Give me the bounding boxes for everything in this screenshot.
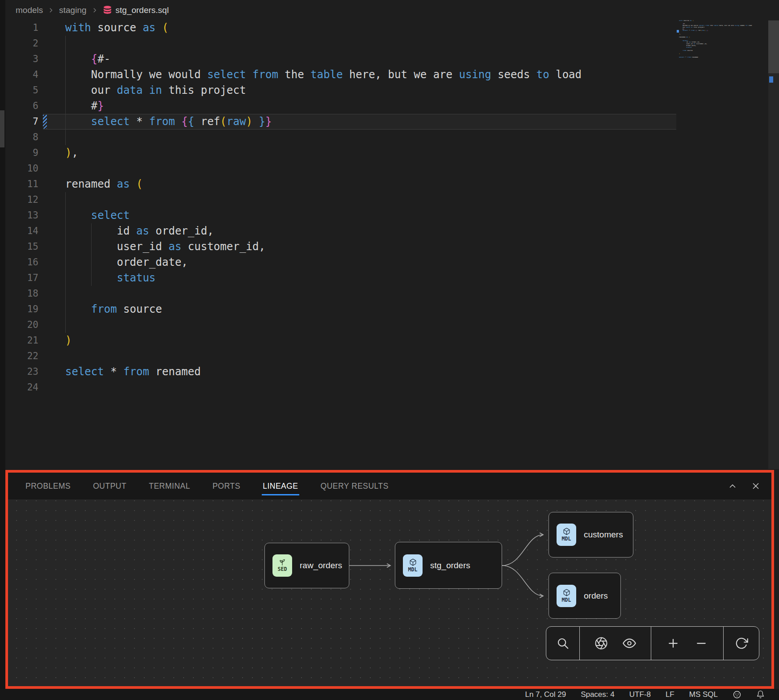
code-line[interactable]: 20 (5, 317, 677, 333)
tab-query-results[interactable]: QUERY RESULTS (321, 482, 389, 491)
tab-output[interactable]: OUTPUT (93, 482, 126, 491)
code-line[interactable]: 2 (5, 36, 677, 51)
line-number[interactable]: 9 (5, 145, 38, 161)
code-editor[interactable]: 1with source as (23 {#-4 Normally we wou… (5, 20, 677, 395)
code-text: with source as ( (38, 20, 168, 36)
scrollbar-thumb[interactable] (768, 21, 779, 73)
code-text (38, 317, 65, 333)
left-edge-strip (0, 0, 5, 689)
eye-icon[interactable] (623, 637, 636, 650)
code-line[interactable]: 11renamed as ( (5, 176, 677, 192)
code-line[interactable]: 24 (5, 380, 677, 395)
code-line[interactable]: 21) (5, 333, 677, 348)
aperture-icon[interactable] (595, 637, 608, 650)
lineage-node-customers[interactable]: MDL customers (549, 512, 633, 557)
code-line[interactable]: 12 (5, 192, 677, 208)
cube-icon (563, 528, 570, 535)
line-number[interactable]: 12 (5, 192, 38, 208)
tab-ports[interactable]: PORTS (213, 482, 240, 491)
code-line[interactable]: 18 (5, 286, 677, 302)
lineage-node-stg-orders[interactable]: MDL stg_orders (395, 542, 502, 589)
line-number[interactable]: 13 (5, 208, 38, 223)
encoding[interactable]: UTF-8 (629, 690, 651, 699)
indent-guide (65, 317, 66, 333)
line-number[interactable]: 19 (5, 302, 38, 317)
code-line[interactable]: 19 from source (5, 302, 677, 317)
line-number[interactable]: 24 (5, 380, 38, 395)
indent-guide (65, 192, 66, 208)
code-line[interactable]: 13 select (5, 208, 677, 223)
node-label: customers (584, 530, 623, 540)
code-line[interactable]: 23select * from renamed (5, 364, 677, 380)
line-number[interactable]: 14 (5, 223, 38, 239)
code-line[interactable]: 5 our data in this project (5, 83, 677, 98)
minimap[interactable]: with source as ( {#- Normally we would s… (679, 20, 755, 60)
line-number[interactable]: 8 (5, 130, 38, 145)
code-line[interactable]: 14 id as order_id, (5, 223, 677, 239)
code-line[interactable]: 4 Normally we would select from the tabl… (5, 67, 677, 83)
code-text: from source (38, 302, 162, 317)
code-line[interactable]: 15 user_id as customer_id, (5, 239, 677, 255)
line-number[interactable]: 15 (5, 239, 38, 255)
tab-problems[interactable]: PROBLEMS (25, 482, 71, 491)
editor-scrollbar[interactable] (768, 20, 779, 469)
line-number[interactable]: 23 (5, 364, 38, 380)
chevron-up-icon[interactable] (728, 481, 737, 491)
code-text: Normally we would select from the table … (38, 67, 582, 83)
bell-icon[interactable] (756, 690, 765, 699)
code-line[interactable]: 17 status (5, 270, 677, 286)
line-number[interactable]: 22 (5, 348, 38, 364)
lineage-node-raw-orders[interactable]: SED raw_orders (264, 543, 349, 588)
breadcrumb-item-models[interactable]: models (16, 5, 43, 15)
zoom-out-icon[interactable] (695, 637, 708, 650)
tab-terminal[interactable]: TERMINAL (149, 482, 190, 491)
refresh-icon[interactable] (735, 637, 748, 650)
code-line[interactable]: 16 order_date, (5, 255, 677, 270)
line-number[interactable]: 6 (5, 98, 38, 114)
language-mode[interactable]: MS SQL (689, 690, 718, 699)
code-line[interactable]: 7 select * from {{ ref(raw) }} (5, 114, 677, 130)
line-number[interactable]: 2 (5, 36, 38, 51)
feedback-icon[interactable] (733, 690, 741, 699)
code-text: ) (38, 333, 71, 348)
breadcrumb-item-staging[interactable]: staging (59, 5, 86, 15)
code-line[interactable]: 1with source as ( (5, 20, 677, 36)
line-number[interactable]: 20 (5, 317, 38, 333)
line-number[interactable]: 5 (5, 83, 38, 98)
lineage-canvas[interactable]: SED raw_orders MDL stg_orders (8, 499, 771, 686)
code-line[interactable]: 22 (5, 348, 677, 364)
code-text: select * from {{ ref(raw) }} (38, 114, 272, 130)
search-icon[interactable] (556, 637, 570, 650)
line-number[interactable]: 10 (5, 161, 38, 176)
code-line[interactable]: 8 (5, 130, 677, 145)
line-number[interactable]: 11 (5, 176, 38, 192)
eol-sequence[interactable]: LF (666, 690, 674, 699)
line-number[interactable]: 21 (5, 333, 38, 348)
line-number[interactable]: 17 (5, 270, 38, 286)
line-number[interactable]: 3 (5, 51, 38, 67)
line-number[interactable]: 1 (5, 20, 38, 36)
indentation[interactable]: Spaces: 4 (581, 690, 615, 699)
line-number[interactable]: 7 (5, 114, 38, 130)
line-number[interactable]: 18 (5, 286, 38, 302)
line-number[interactable]: 16 (5, 255, 38, 270)
zoom-in-icon[interactable] (666, 637, 680, 650)
vscode-window: { "breadcrumb": { "items": ["models", "s… (0, 0, 779, 700)
tab-lineage[interactable]: LINEAGE (263, 482, 298, 491)
code-text (38, 130, 65, 145)
code-text: order_date, (38, 255, 188, 270)
breadcrumb-file[interactable]: stg_orders.sql (103, 5, 169, 15)
line-number[interactable]: 4 (5, 67, 38, 83)
code-line[interactable]: 9), (5, 145, 677, 161)
lineage-node-orders[interactable]: MDL orders (549, 573, 621, 619)
close-icon[interactable] (751, 481, 761, 491)
bottom-panel-annotated: PROBLEMS OUTPUT TERMINAL PORTS LINEAGE Q… (5, 470, 774, 689)
code-line[interactable]: 6 #} (5, 98, 677, 114)
code-line[interactable]: 10 (5, 161, 677, 176)
code-line[interactable]: 3 {#- (5, 51, 677, 67)
code-text (38, 36, 65, 51)
code-text: user_id as customer_id, (38, 239, 265, 255)
cursor-position[interactable]: Ln 7, Col 29 (525, 690, 566, 699)
chevron-right-icon (92, 7, 98, 13)
modified-line-marker (43, 115, 47, 129)
